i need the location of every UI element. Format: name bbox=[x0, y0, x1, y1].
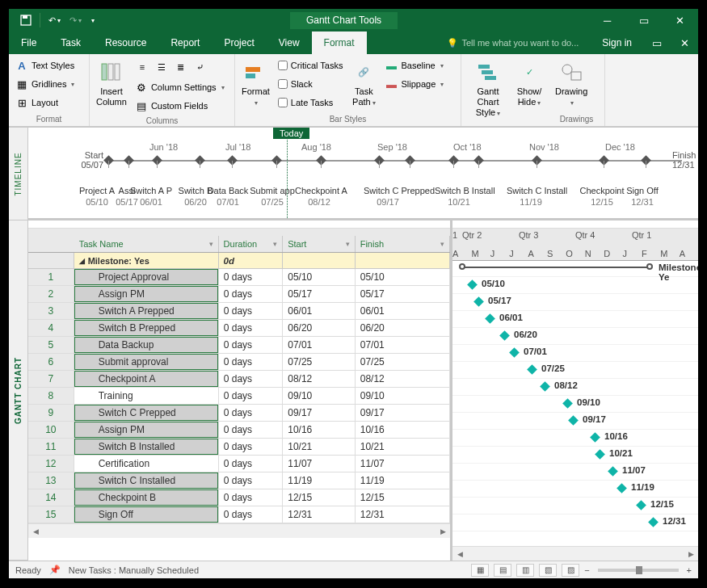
view-shortcut-1[interactable]: ▦ bbox=[471, 564, 489, 577]
tell-me-input[interactable]: 💡Tell me what you want to do... bbox=[435, 38, 591, 48]
grid-h-scroll[interactable]: ◀▶ bbox=[28, 523, 450, 538]
doc-close-button[interactable]: ✕ bbox=[671, 32, 698, 54]
zoom-slider[interactable] bbox=[598, 569, 679, 572]
gantt-style-icon bbox=[475, 59, 501, 85]
column-settings-icon: ⚙ bbox=[135, 81, 148, 94]
tab-report[interactable]: Report bbox=[158, 32, 212, 54]
table-row[interactable]: 9Switch C Prepped0 days09/1709/17 bbox=[28, 405, 450, 422]
status-ready: Ready bbox=[15, 565, 41, 575]
table-row[interactable]: 2Assign PM0 days05/1705/17 bbox=[28, 286, 450, 303]
zoom-in-button[interactable]: + bbox=[687, 565, 692, 575]
table-row[interactable]: 14Checkpoint B0 days12/1512/15 bbox=[28, 489, 450, 506]
task-path-icon: 🔗 bbox=[351, 59, 377, 85]
show-hide-button[interactable]: ✓ Show/ Hide▾ bbox=[513, 57, 545, 121]
qat-customize[interactable]: ▾ bbox=[86, 9, 99, 32]
view-shortcut-4[interactable]: ▧ bbox=[539, 564, 557, 577]
save-button[interactable] bbox=[15, 9, 36, 32]
tab-project[interactable]: Project bbox=[212, 32, 266, 54]
format-bar-icon bbox=[242, 59, 268, 85]
svg-rect-4 bbox=[115, 64, 120, 80]
tab-file[interactable]: File bbox=[9, 32, 48, 54]
insert-column-icon bbox=[99, 59, 124, 85]
redo-button[interactable]: ↷▾ bbox=[65, 9, 86, 32]
timeline-tab[interactable]: TIMELINE bbox=[9, 128, 27, 220]
undo-button[interactable]: ↶▾ bbox=[44, 9, 65, 32]
chart-timescale: 1Qtr 2Qtr 3Qtr 4Qtr 1 AMJJASONDJFMA bbox=[452, 229, 698, 261]
timeline-pane[interactable]: Today Jun '18Jul '18Aug '18Sep '18Oct '1… bbox=[28, 128, 698, 220]
table-row[interactable]: 10Assign PM0 days10/1610/16 bbox=[28, 422, 450, 439]
close-button[interactable]: ✕ bbox=[662, 9, 698, 32]
text-styles-button[interactable]: AText Styles bbox=[12, 57, 78, 74]
svg-rect-9 bbox=[485, 76, 496, 80]
minimize-button[interactable]: ─ bbox=[589, 9, 625, 32]
tab-view[interactable]: View bbox=[267, 32, 312, 54]
critical-tasks-checkbox[interactable]: Critical Tasks bbox=[275, 57, 347, 74]
view-shortcut-2[interactable]: ▤ bbox=[494, 564, 511, 577]
ribbon-options-button[interactable]: ▭ bbox=[643, 32, 671, 54]
tab-format[interactable]: Format bbox=[312, 32, 367, 54]
table-row[interactable]: 12Certification0 days11/0711/07 bbox=[28, 456, 450, 472]
table-row[interactable]: 13Switch C Installed0 days11/1911/19 bbox=[28, 472, 450, 489]
table-row[interactable]: 4Switch B Prepped0 days06/2006/20 bbox=[28, 320, 450, 337]
table-row[interactable]: 5Data Backup0 days07/0107/01 bbox=[28, 337, 450, 354]
group-row[interactable]: ◢Milestone: Yes 0d bbox=[28, 253, 450, 269]
table-row[interactable]: 15Sign Off0 days12/3112/31 bbox=[28, 506, 450, 523]
titlebar: ↶▾ ↷▾ ▾ Gantt Chart Tools ─ ▭ ✕ bbox=[9, 9, 698, 32]
table-row[interactable]: 7Checkpoint A0 days08/1208/12 bbox=[28, 371, 450, 388]
wrap-text-button[interactable]: ⤶ bbox=[191, 58, 209, 76]
task-grid[interactable]: Task Name▾ Duration▾ Start▾ Finish▾ ◢Mil… bbox=[28, 220, 452, 561]
baseline-button[interactable]: ▬Baseline▾ bbox=[381, 57, 447, 74]
col-task-name[interactable]: Task Name▾ bbox=[74, 236, 219, 252]
chart-milestone-row: 07/01 bbox=[452, 345, 698, 362]
insert-column-button[interactable]: Insert Column bbox=[93, 57, 130, 115]
align-right-button[interactable]: ≣ bbox=[172, 58, 190, 76]
view-shortcut-3[interactable]: ▥ bbox=[516, 564, 534, 577]
slippage-icon: ▬ bbox=[385, 78, 398, 90]
svg-point-10 bbox=[562, 65, 572, 74]
tab-resource[interactable]: Resource bbox=[93, 32, 158, 54]
gridlines-button[interactable]: ▦Gridlines▾ bbox=[12, 75, 78, 93]
align-center-button[interactable]: ☰ bbox=[153, 58, 170, 76]
col-finish[interactable]: Finish▾ bbox=[356, 236, 450, 252]
chart-milestone-row: 12/15 bbox=[452, 498, 698, 514]
format-bar-button[interactable]: Format▾ bbox=[238, 57, 273, 113]
col-duration[interactable]: Duration▾ bbox=[219, 236, 284, 252]
sign-in-link[interactable]: Sign in bbox=[591, 37, 643, 48]
chart-group-row: Milestone: Ye bbox=[452, 261, 698, 277]
column-settings-button[interactable]: ⚙Column Settings▾ bbox=[132, 78, 228, 96]
table-row[interactable]: 3Switch A Prepped0 days06/0106/01 bbox=[28, 303, 450, 320]
milestone-diamond-icon bbox=[648, 517, 659, 527]
table-row[interactable]: 8Training0 days09/1009/10 bbox=[28, 388, 450, 405]
chart-milestone-row: 09/17 bbox=[452, 413, 698, 430]
gantt-chart-tab[interactable]: GANTT CHART bbox=[9, 220, 27, 561]
tab-task[interactable]: Task bbox=[48, 32, 93, 54]
chart-h-scroll[interactable]: ◀▶ bbox=[452, 546, 698, 561]
timeline-start-label: Start05/07 bbox=[65, 150, 103, 170]
col-start[interactable]: Start▾ bbox=[283, 236, 356, 252]
slippage-button[interactable]: ▬Slippage▾ bbox=[381, 75, 447, 93]
svg-rect-5 bbox=[246, 67, 260, 72]
chart-milestone-row: 10/21 bbox=[452, 447, 698, 464]
late-tasks-checkbox[interactable]: Late Tasks bbox=[275, 94, 347, 111]
task-path-button[interactable]: 🔗 Task Path▾ bbox=[347, 57, 380, 113]
drawing-button[interactable]: Drawing▾ bbox=[552, 57, 591, 113]
menubar: File Task Resource Report Project View F… bbox=[9, 32, 698, 54]
maximize-button[interactable]: ▭ bbox=[625, 9, 662, 32]
align-left-button[interactable]: ≡ bbox=[133, 58, 151, 76]
table-row[interactable]: 1Project Approval0 days05/1005/10 bbox=[28, 269, 450, 286]
timeline-axis bbox=[106, 160, 682, 162]
gantt-chart-style-button[interactable]: Gantt Chart Style▾ bbox=[465, 57, 511, 121]
custom-fields-button[interactable]: ▤Custom Fields bbox=[132, 97, 228, 115]
table-row[interactable]: 6Submit approval0 days07/2507/25 bbox=[28, 354, 450, 371]
gantt-chart-area[interactable]: 1Qtr 2Qtr 3Qtr 4Qtr 1 AMJJASONDJFMA Mile… bbox=[452, 220, 698, 561]
slack-checkbox[interactable]: Slack bbox=[275, 75, 347, 93]
collapse-icon[interactable]: ◢ bbox=[79, 257, 85, 265]
milestone-diamond-icon bbox=[527, 364, 537, 375]
show-hide-icon: ✓ bbox=[516, 59, 542, 85]
layout-button[interactable]: ⊞Layout bbox=[12, 94, 78, 111]
zoom-out-button[interactable]: − bbox=[584, 565, 589, 575]
view-shortcut-5[interactable]: ▨ bbox=[562, 564, 579, 577]
svg-rect-8 bbox=[482, 70, 493, 74]
table-row[interactable]: 11Switch B Installed0 days10/2110/21 bbox=[28, 439, 450, 456]
chart-milestone-row: 09/10 bbox=[452, 396, 698, 413]
